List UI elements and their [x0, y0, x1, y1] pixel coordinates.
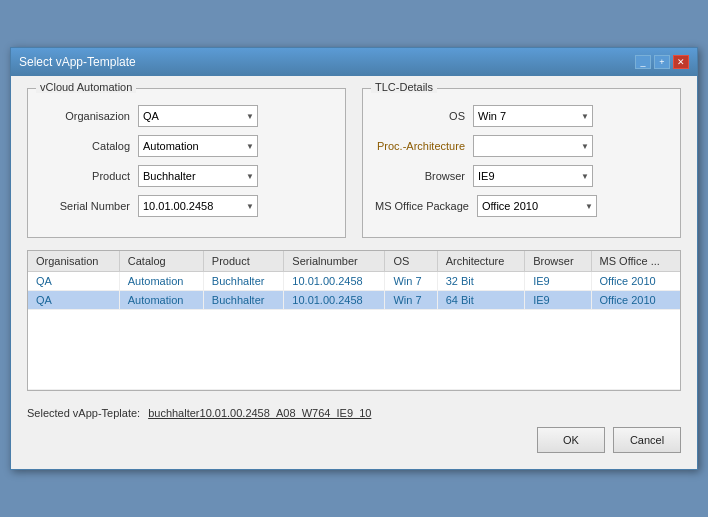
cell-organisation: QA: [28, 291, 119, 310]
col-msoffice: MS Office ...: [591, 251, 680, 272]
catalog-label: Catalog: [40, 140, 130, 152]
col-architecture: Architecture: [437, 251, 525, 272]
dialog-content: vCloud Automation Organisazion QA Catalo: [11, 76, 697, 469]
panels-row: vCloud Automation Organisazion QA Catalo: [27, 88, 681, 238]
col-product: Product: [203, 251, 284, 272]
os-label: OS: [375, 110, 465, 122]
status-label: Selected vApp-Teplate:: [27, 407, 140, 419]
cell-catalog: Automation: [119, 291, 203, 310]
button-row: OK Cancel: [27, 427, 681, 457]
msoffice-select[interactable]: Office 2010: [477, 195, 597, 217]
msoffice-select-wrapper: Office 2010: [477, 195, 597, 217]
vcloud-panel: vCloud Automation Organisazion QA Catalo: [27, 88, 346, 238]
organisazion-label: Organisazion: [40, 110, 130, 122]
cancel-button[interactable]: Cancel: [613, 427, 681, 453]
organisazion-row: Organisazion QA: [40, 105, 333, 127]
close-button[interactable]: ✕: [673, 55, 689, 69]
tlc-panel-title: TLC-Details: [371, 81, 437, 93]
serialnumber-select[interactable]: 10.01.00.2458: [138, 195, 258, 217]
catalog-select-wrapper: Automation: [138, 135, 258, 157]
organisazion-select[interactable]: QA: [138, 105, 258, 127]
os-row: OS Win 7: [375, 105, 668, 127]
results-table-container: Organisation Catalog Product Serialnumbe…: [27, 250, 681, 391]
catalog-select[interactable]: Automation: [138, 135, 258, 157]
cell-organisation: QA: [28, 272, 119, 291]
results-table: Organisation Catalog Product Serialnumbe…: [28, 251, 680, 390]
cell-browser: IE9: [525, 291, 591, 310]
table-spacer-row: [28, 310, 680, 390]
cell-catalog: Automation: [119, 272, 203, 291]
msoffice-label: MS Office Package: [375, 200, 469, 212]
table-header: Organisation Catalog Product Serialnumbe…: [28, 251, 680, 272]
cell-os: Win 7: [385, 291, 437, 310]
col-os: OS: [385, 251, 437, 272]
table-row[interactable]: QA Automation Buchhalter 10.01.00.2458 W…: [28, 272, 680, 291]
table-body: QA Automation Buchhalter 10.01.00.2458 W…: [28, 272, 680, 390]
arch-select-wrapper: [473, 135, 593, 157]
catalog-row: Catalog Automation: [40, 135, 333, 157]
msoffice-row: MS Office Package Office 2010: [375, 195, 668, 217]
cell-serialnumber: 10.01.00.2458: [284, 272, 385, 291]
cell-product: Buchhalter: [203, 291, 284, 310]
browser-select[interactable]: IE9: [473, 165, 593, 187]
serialnumber-select-wrapper: 10.01.00.2458: [138, 195, 258, 217]
minimize-button[interactable]: _: [635, 55, 651, 69]
cell-os: Win 7: [385, 272, 437, 291]
tlc-panel: TLC-Details OS Win 7 Proc.-Architecture: [362, 88, 681, 238]
arch-select[interactable]: [473, 135, 593, 157]
dialog-title: Select vApp-Template: [19, 55, 136, 69]
title-bar-buttons: _ + ✕: [635, 55, 689, 69]
browser-label: Browser: [375, 170, 465, 182]
maximize-button[interactable]: +: [654, 55, 670, 69]
browser-select-wrapper: IE9: [473, 165, 593, 187]
title-bar: Select vApp-Template _ + ✕: [11, 48, 697, 76]
product-row: Product Buchhalter: [40, 165, 333, 187]
arch-row: Proc.-Architecture: [375, 135, 668, 157]
product-select[interactable]: Buchhalter: [138, 165, 258, 187]
cell-serialnumber: 10.01.00.2458: [284, 291, 385, 310]
dialog: Select vApp-Template _ + ✕ vCloud Automa…: [10, 47, 698, 470]
vcloud-panel-title: vCloud Automation: [36, 81, 136, 93]
cell-msoffice: Office 2010: [591, 272, 680, 291]
os-select[interactable]: Win 7: [473, 105, 593, 127]
col-catalog: Catalog: [119, 251, 203, 272]
col-serialnumber: Serialnumber: [284, 251, 385, 272]
serialnumber-label: Serial Number: [40, 200, 130, 212]
cell-msoffice: Office 2010: [591, 291, 680, 310]
arch-label: Proc.-Architecture: [375, 140, 465, 152]
col-organisation: Organisation: [28, 251, 119, 272]
serialnumber-row: Serial Number 10.01.00.2458: [40, 195, 333, 217]
col-browser: Browser: [525, 251, 591, 272]
product-select-wrapper: Buchhalter: [138, 165, 258, 187]
organisazion-select-wrapper: QA: [138, 105, 258, 127]
os-select-wrapper: Win 7: [473, 105, 593, 127]
cell-browser: IE9: [525, 272, 591, 291]
cell-architecture: 32 Bit: [437, 272, 525, 291]
status-bar: Selected vApp-Teplate: buchhalter10.01.0…: [27, 401, 681, 427]
product-label: Product: [40, 170, 130, 182]
cell-product: Buchhalter: [203, 272, 284, 291]
table-row[interactable]: QA Automation Buchhalter 10.01.00.2458 W…: [28, 291, 680, 310]
ok-button[interactable]: OK: [537, 427, 605, 453]
status-value: buchhalter10.01.00.2458_A08_W764_IE9_10: [148, 407, 371, 419]
cell-architecture: 64 Bit: [437, 291, 525, 310]
browser-row: Browser IE9: [375, 165, 668, 187]
